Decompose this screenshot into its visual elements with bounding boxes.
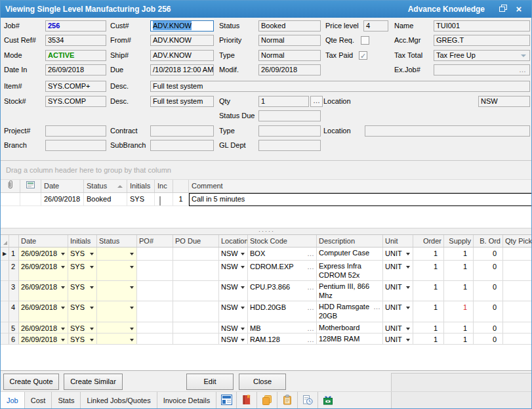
dropdown-arrow-icon[interactable]	[241, 286, 245, 289]
dropdown-arrow-icon[interactable]	[241, 266, 245, 269]
cell-supply[interactable]: 1	[444, 334, 474, 345]
cell-status[interactable]	[97, 322, 137, 334]
cell-initials[interactable]: SYS	[68, 261, 97, 281]
dropdown-arrow-icon[interactable]	[406, 307, 410, 309]
cell-qty-pick[interactable]	[503, 261, 532, 281]
item-field[interactable]: SYS.COMP+	[45, 81, 106, 92]
cell-ellipsis-icon[interactable]: …	[307, 323, 314, 334]
cell-status[interactable]	[97, 301, 137, 322]
cell-po[interactable]	[137, 301, 173, 322]
tab-cost[interactable]: Cost	[25, 392, 52, 409]
cell-ellipsis-icon[interactable]: …	[307, 334, 314, 345]
notes-initials-header[interactable]: Initials	[127, 180, 155, 192]
cell-description[interactable]: Pentium III, 866 Mhz	[317, 281, 383, 301]
dropdown-arrow-icon[interactable]	[90, 266, 94, 269]
dropdown-arrow-icon[interactable]	[61, 286, 65, 289]
dropdown-arrow-icon[interactable]	[90, 328, 94, 330]
cell-location[interactable]: NSW	[219, 248, 248, 261]
cell-qty-pick[interactable]	[503, 248, 532, 261]
tab-timesheet[interactable]	[298, 392, 318, 409]
priority-field[interactable]: Normal	[258, 35, 321, 46]
cell-b-ord[interactable]: 0	[474, 248, 503, 261]
cell-unit[interactable]: UNIT	[383, 281, 413, 301]
notes-num-header[interactable]	[173, 180, 189, 192]
restore-button[interactable]	[495, 3, 511, 16]
column-header-qty-pick[interactable]: Qty Pick	[503, 235, 532, 247]
cell-initials[interactable]: SYS	[68, 322, 97, 334]
memo-column-header[interactable]	[20, 180, 41, 192]
cell-supply[interactable]: 1	[444, 322, 474, 334]
subbranch-field[interactable]	[150, 140, 214, 151]
dropdown-arrow-icon[interactable]	[241, 307, 245, 309]
ship-field[interactable]: ADV.KNOW	[150, 50, 214, 61]
cell-qty-pick[interactable]	[503, 334, 532, 345]
cell-ellipsis-icon[interactable]: …	[373, 302, 380, 311]
dropdown-arrow-icon[interactable]	[130, 339, 134, 341]
notes-comment-header[interactable]: Comment	[189, 180, 532, 192]
cell-po[interactable]	[137, 281, 173, 301]
status-due-field[interactable]	[258, 110, 321, 121]
dropdown-arrow-icon[interactable]	[90, 286, 94, 289]
gl-dept-field[interactable]	[258, 140, 321, 151]
cell-description[interactable]: Computer Case	[317, 248, 383, 261]
cell-b-ord[interactable]: 0	[474, 322, 503, 334]
cell-po-due[interactable]	[173, 301, 219, 322]
ex-job-field[interactable]: …	[434, 64, 530, 75]
cell-date[interactable]: 26/09/2018	[19, 334, 68, 345]
type2-field[interactable]	[258, 125, 321, 137]
cell-supply[interactable]: 1	[444, 248, 474, 261]
close-button-footer[interactable]: Close	[239, 374, 286, 390]
cell-description[interactable]: Express Infra CDROM 52x	[317, 261, 383, 281]
contract-field[interactable]	[150, 125, 214, 137]
column-header-po-due[interactable]: PO Due	[173, 235, 219, 247]
price-level-field[interactable]: 4	[363, 20, 388, 32]
select-all-corner[interactable]	[1, 235, 9, 247]
due-field[interactable]: /10/2018 12:00 AM	[150, 64, 214, 75]
cell-stock-code[interactable]: CPU.P3.866…	[248, 281, 317, 301]
cell-po-due[interactable]	[173, 281, 219, 301]
notes-initials-cell[interactable]: SYS	[127, 193, 155, 206]
dropdown-arrow-icon[interactable]	[90, 339, 94, 341]
cell-description[interactable]: HDD Ramsgate 20GB…	[317, 301, 383, 322]
cell-order[interactable]: 1	[413, 301, 444, 322]
cell-ellipsis-icon[interactable]: …	[307, 261, 314, 272]
cell-unit[interactable]: UNIT	[383, 334, 413, 345]
cust-field[interactable]: ADV.KNOW	[150, 20, 214, 32]
tab-gift-money[interactable]	[318, 392, 338, 409]
from-field[interactable]: ADV.KNOW	[150, 35, 214, 46]
dropdown-arrow-icon[interactable]	[130, 328, 134, 330]
cell-order[interactable]: 1	[413, 248, 444, 261]
dropdown-arrow-icon[interactable]	[406, 266, 410, 269]
create-similar-button[interactable]: Create Similar	[64, 374, 123, 390]
location2-field[interactable]	[365, 125, 530, 137]
cell-date[interactable]: 26/09/2018	[19, 248, 68, 261]
cell-order[interactable]: 1	[413, 281, 444, 301]
dropdown-arrow-icon[interactable]	[130, 253, 134, 255]
browse-ellipsis-icon[interactable]: …	[519, 65, 526, 75]
dropdown-arrow-icon[interactable]	[61, 328, 65, 330]
grid-splitter[interactable]: ·····	[1, 228, 532, 235]
cell-ellipsis-icon[interactable]: …	[307, 248, 314, 259]
cell-po-due[interactable]	[173, 248, 219, 261]
column-header-location[interactable]: Location	[219, 235, 248, 247]
dropdown-arrow-icon[interactable]	[241, 328, 245, 330]
create-quote-button[interactable]: Create Quote	[3, 374, 59, 390]
cell-date[interactable]: 26/09/2018	[19, 261, 68, 281]
cust-ref-field[interactable]: 3534	[45, 35, 106, 46]
item-desc-field[interactable]: Full test system	[150, 81, 530, 92]
cell-po[interactable]	[137, 322, 173, 334]
qty-field[interactable]: 1	[258, 96, 309, 107]
cell-date[interactable]: 26/09/2018	[19, 281, 68, 301]
column-header-description[interactable]: Description	[317, 235, 383, 247]
column-header-po-[interactable]: PO#	[137, 235, 173, 247]
cell-status[interactable]	[97, 248, 137, 261]
notes-date-cell[interactable]: 26/09/2018	[41, 193, 84, 206]
cell-unit[interactable]: UNIT	[383, 261, 413, 281]
cell-stock-code[interactable]: CDROM.EXP…	[248, 261, 317, 281]
status-field[interactable]: Booked	[258, 20, 321, 32]
cell-status[interactable]	[97, 281, 137, 301]
column-header-b-ord[interactable]: B. Ord	[474, 235, 503, 247]
cell-unit[interactable]: UNIT	[383, 301, 413, 322]
cell-location[interactable]: NSW	[219, 281, 248, 301]
dropdown-arrow-icon[interactable]	[406, 328, 410, 330]
